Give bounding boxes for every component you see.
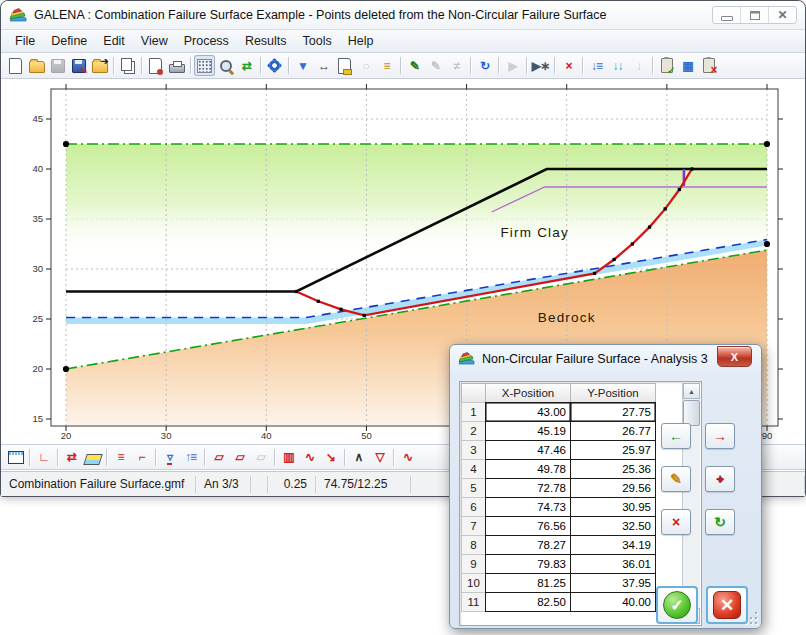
menu-results[interactable]: Results <box>237 32 295 50</box>
copy-button[interactable] <box>117 55 138 76</box>
point-next-button[interactable]: → <box>705 423 735 449</box>
import-model-button[interactable] <box>89 55 110 76</box>
define-curve-button[interactable]: ⌐ <box>131 447 152 468</box>
locked-surface-button[interactable]: ▱ <box>250 447 271 468</box>
ok-button[interactable]: ✓ <box>656 586 698 624</box>
filter-button[interactable]: ▼ <box>292 55 313 76</box>
settings-button[interactable] <box>264 55 285 76</box>
define-materials-button[interactable] <box>82 447 103 468</box>
cell-y-position[interactable]: 37.95 <box>570 573 656 593</box>
cell-x-position[interactable]: 78.27 <box>485 535 571 555</box>
sort-analyses-button[interactable]: ↓≡ <box>586 55 607 76</box>
dialog-close-button[interactable]: X <box>717 346 752 367</box>
sort-results-button[interactable]: ↓↓ <box>607 55 628 76</box>
fit-extents-button[interactable]: ↔ <box>313 55 334 76</box>
process-multiple-button[interactable]: ▶∗ <box>530 55 551 76</box>
menu-file[interactable]: File <box>7 32 43 50</box>
cell-y-position[interactable]: 29.56 <box>570 478 656 498</box>
annotations-button[interactable]: ∿ <box>397 447 418 468</box>
menu-help[interactable]: Help <box>340 32 382 50</box>
cell-x-position[interactable]: 81.25 <box>485 573 571 593</box>
view-window-button[interactable] <box>5 447 26 468</box>
define-surfaces-button[interactable]: ≡ <box>110 447 131 468</box>
point-edit-button[interactable]: ✎ <box>661 466 691 492</box>
row-number[interactable]: 3 <box>461 440 486 460</box>
distributed-load-button[interactable]: ▥ <box>278 447 299 468</box>
row-number[interactable]: 1 <box>461 402 486 422</box>
cell-x-position[interactable]: 82.50 <box>485 592 571 612</box>
menu-process[interactable]: Process <box>176 32 237 50</box>
tension-crack-button[interactable]: ▽ <box>369 447 390 468</box>
cell-x-position[interactable]: 45.19 <box>485 421 571 441</box>
print-button[interactable] <box>166 55 187 76</box>
piezometric-surface-button[interactable]: ↑≡ <box>180 447 201 468</box>
row-number[interactable]: 7 <box>461 516 486 536</box>
results-table-button[interactable]: ▦ <box>677 55 698 76</box>
cell-y-position[interactable]: 30.95 <box>570 497 656 517</box>
grid-toggle-button[interactable] <box>194 55 215 76</box>
define-profiles-button[interactable]: ⇄ <box>61 447 82 468</box>
close-button[interactable]: ✕ <box>768 7 796 23</box>
row-number[interactable]: 11 <box>461 592 486 612</box>
cell-x-position[interactable]: 49.78 <box>485 459 571 479</box>
save-button[interactable] <box>47 55 68 76</box>
hints-button[interactable]: ○ <box>355 55 376 76</box>
process-run-button[interactable]: ▶ <box>502 55 523 76</box>
project-tree-button[interactable]: ≡ <box>376 55 397 76</box>
edit-locked-button[interactable]: ✎ <box>425 55 446 76</box>
row-number[interactable]: 9 <box>461 554 486 574</box>
redraw-button[interactable]: ⇄ <box>236 55 257 76</box>
row-number[interactable]: 8 <box>461 535 486 555</box>
row-number[interactable]: 5 <box>461 478 486 498</box>
cell-x-position[interactable]: 72.78 <box>485 478 571 498</box>
cell-y-position[interactable]: 25.97 <box>570 440 656 460</box>
row-number[interactable]: 6 <box>461 497 486 517</box>
cell-x-position[interactable]: 43.00 <box>485 402 571 422</box>
sheet-properties-button[interactable] <box>334 55 355 76</box>
column-header-y[interactable]: Y-Position <box>570 383 656 403</box>
results-accepted-button[interactable] <box>656 55 677 76</box>
minimize-button[interactable] <box>713 7 740 23</box>
new-file-button[interactable] <box>5 55 26 76</box>
cell-y-position[interactable]: 27.75 <box>570 402 656 422</box>
circular-surface-button[interactable]: ▱ <box>208 447 229 468</box>
row-number[interactable]: 4 <box>461 459 486 479</box>
menu-define[interactable]: Define <box>43 32 95 50</box>
menu-tools[interactable]: Tools <box>295 32 340 50</box>
sort-fixed-button[interactable]: ↓ <box>628 55 649 76</box>
row-number[interactable]: 2 <box>461 421 486 441</box>
column-header-x[interactable]: X-Position <box>485 383 571 403</box>
cell-y-position[interactable]: 40.00 <box>570 592 656 612</box>
edit-options-button[interactable]: ≠ <box>446 55 467 76</box>
stop-button[interactable]: × <box>558 55 579 76</box>
noncircular-surface-button[interactable]: ▱ <box>229 447 250 468</box>
zoom-button[interactable] <box>215 55 236 76</box>
point-previous-button[interactable]: ← <box>661 423 691 449</box>
cell-x-position[interactable]: 74.73 <box>485 497 571 517</box>
row-number[interactable]: 10 <box>461 573 486 593</box>
results-rejected-button[interactable] <box>698 55 719 76</box>
earthquake-load-button[interactable]: ∿ <box>299 447 320 468</box>
restore-button[interactable] <box>740 7 768 23</box>
point-move-button[interactable]: + <box>705 466 735 492</box>
save-as-button[interactable] <box>68 55 89 76</box>
cell-y-position[interactable]: 25.36 <box>570 459 656 479</box>
cell-x-position[interactable]: 79.83 <box>485 554 571 574</box>
cell-y-position[interactable]: 26.77 <box>570 421 656 441</box>
menu-edit[interactable]: Edit <box>95 32 133 50</box>
points-refresh-button[interactable]: ↻ <box>705 509 735 535</box>
water-table-button[interactable]: ▿ <box>159 447 180 468</box>
cell-y-position[interactable]: 34.19 <box>570 535 656 555</box>
restraints-button[interactable]: ∧ <box>348 447 369 468</box>
edit-mode-button[interactable]: ✎ <box>404 55 425 76</box>
open-file-button[interactable] <box>26 55 47 76</box>
cell-x-position[interactable]: 76.56 <box>485 516 571 536</box>
cell-y-position[interactable]: 32.50 <box>570 516 656 536</box>
redo-button[interactable]: ↻ <box>474 55 495 76</box>
resize-grip[interactable] <box>745 612 757 624</box>
cell-x-position[interactable]: 47.46 <box>485 440 571 460</box>
scroll-up-button[interactable]: ▲ <box>683 383 700 399</box>
menu-view[interactable]: View <box>133 32 176 50</box>
define-axes-button[interactable]: ∟ <box>33 447 54 468</box>
point-load-button[interactable]: ↘ <box>320 447 341 468</box>
